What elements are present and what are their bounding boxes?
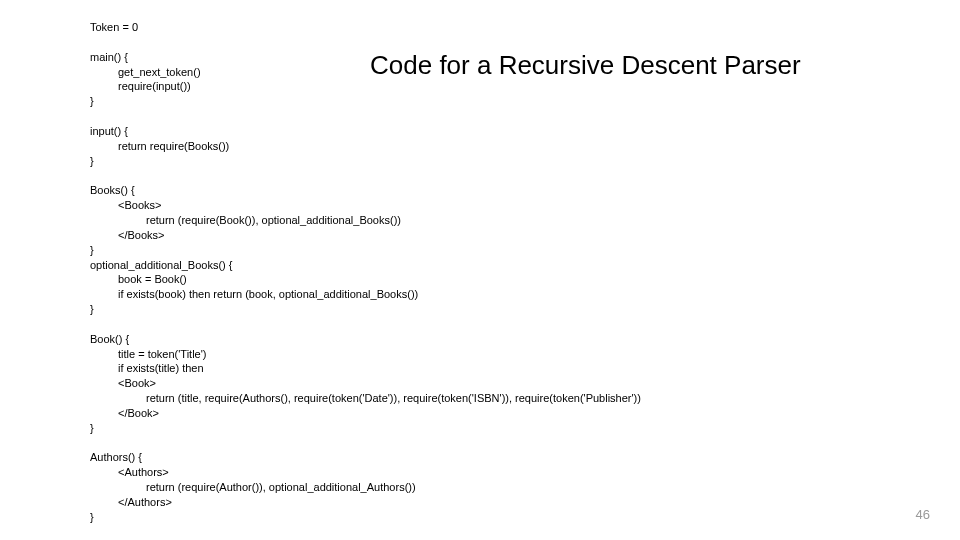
code-line: } [90,95,94,107]
code-line: Token = 0 [90,21,138,33]
code-line: title = token('Title') [118,348,206,360]
code-line: if exists(book) then return (book, optio… [118,288,418,300]
code-line: } [90,155,94,167]
code-line: if exists(title) then [118,362,204,374]
slide: Code for a Recursive Descent Parser Toke… [0,0,960,540]
code-line: main() { [90,51,128,63]
page-number: 46 [916,507,930,522]
code-line: get_next_token() [118,66,201,78]
code-line: } [90,511,94,523]
code-line: </Book> [118,407,159,419]
code-line: } [90,303,94,315]
code-line: return require(Books()) [118,140,229,152]
code-line: return (title, require(Authors(), requir… [146,392,641,404]
code-line: <Books> [118,199,161,211]
code-line: return (require(Book()), optional_additi… [146,214,401,226]
code-line: return (require(Author()), optional_addi… [146,481,416,493]
code-line: book = Book() [118,273,187,285]
code-line: </Books> [118,229,164,241]
code-line: input() { [90,125,128,137]
code-line: optional_additional_Books() { [90,259,233,271]
code-line: Books() { [90,184,135,196]
code-line: } [90,244,94,256]
code-line: Book() { [90,333,129,345]
code-block: Token = 0 main() { get_next_token() requ… [90,20,641,525]
code-line: </Authors> [118,496,172,508]
code-line: Authors() { [90,451,142,463]
code-line: } [90,422,94,434]
code-line: require(input()) [118,80,191,92]
code-line: <Book> [118,377,156,389]
code-line: <Authors> [118,466,169,478]
